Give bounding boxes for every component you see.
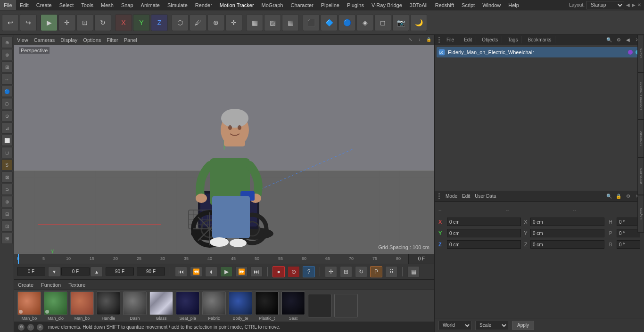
menu-animate[interactable]: Animate <box>137 0 164 10</box>
rp-objects[interactable]: Objects <box>478 36 502 43</box>
menu-select[interactable]: Select <box>56 0 78 10</box>
attr-mode[interactable]: Mode <box>446 194 457 199</box>
preview-end-input[interactable] <box>106 267 134 275</box>
goto-end-button[interactable]: ⏭ <box>250 267 263 277</box>
frame-indicator[interactable]: 0 F <box>408 254 434 264</box>
coord-z-pos[interactable] <box>447 240 521 249</box>
coord-h-val[interactable] <box>617 218 640 226</box>
side-tab-layers[interactable]: Layers <box>637 195 644 233</box>
ls-btn-9[interactable]: ⬜ <box>1 135 13 146</box>
status-icon-1[interactable]: ⚙ <box>18 324 25 331</box>
mat-man-bo-1[interactable]: Man_bo <box>17 292 41 321</box>
layout-collapse[interactable]: ✕ <box>637 2 641 8</box>
cube-button[interactable]: ⬛ <box>303 14 320 31</box>
play-button[interactable]: ▶ <box>220 267 232 277</box>
menu-window[interactable]: Window <box>479 0 504 10</box>
spline-button[interactable]: 🔵 <box>339 14 355 31</box>
ls-btn-5[interactable]: 🔵 <box>1 86 13 97</box>
ls-btn-10[interactable]: ⊔ <box>1 147 13 158</box>
menu-create[interactable]: Create <box>33 0 56 10</box>
side-tab-content-browser[interactable]: Content Browser <box>637 73 644 120</box>
vp-menu-options[interactable]: Options <box>83 37 101 43</box>
anim-schematic[interactable]: ▦ <box>407 266 420 277</box>
menu-snap[interactable]: Snap <box>117 0 137 10</box>
ls-btn-14[interactable]: ⊛ <box>1 196 13 207</box>
nurbs-button[interactable]: 🔷 <box>321 14 338 31</box>
ls-btn-17[interactable]: ⊞ <box>1 233 13 244</box>
coord-y-pos[interactable] <box>447 229 521 237</box>
next-frame-button[interactable]: ⏩ <box>235 267 248 277</box>
anim-param[interactable]: P <box>370 266 382 277</box>
layout-arrow-left[interactable]: ◀ <box>626 2 630 8</box>
menu-vray-bridge[interactable]: V-Ray Bridge <box>368 0 406 10</box>
coord-y-size[interactable] <box>530 229 604 237</box>
render-view-button[interactable]: ▦ <box>246 14 263 31</box>
axis-z-button[interactable]: Z <box>151 14 168 31</box>
object-mode-button[interactable]: ⬡ <box>172 14 189 31</box>
render-button[interactable]: ▦ <box>282 14 299 31</box>
mat-dash[interactable]: Dash <box>123 292 147 321</box>
axis-x-button[interactable]: X <box>115 14 132 31</box>
deformer-button[interactable]: ◈ <box>356 14 373 31</box>
ls-btn-1[interactable]: ⊕ <box>1 37 13 48</box>
rp-search-icon[interactable]: 🔍 <box>605 36 613 44</box>
menu-script[interactable]: Script <box>458 0 479 10</box>
mat-plastic-t[interactable]: Plastic_t <box>255 292 279 321</box>
attr-lock[interactable]: 🔒 <box>615 193 622 200</box>
mat-extra-2[interactable] <box>334 294 358 318</box>
menu-render[interactable]: Render <box>191 0 216 10</box>
sky-button[interactable]: 🌙 <box>410 14 427 31</box>
mat-fabric[interactable]: Fabric <box>202 292 226 321</box>
undo-button[interactable]: ↩ <box>2 14 19 31</box>
menu-character[interactable]: Character <box>287 0 317 10</box>
mat-function[interactable]: Function <box>41 282 61 288</box>
axis-y-button[interactable]: Y <box>133 14 150 31</box>
camera-button[interactable]: 📷 <box>392 14 409 31</box>
timeline-ruler[interactable]: 0 5 10 15 20 25 30 35 40 45 50 55 60 65 … <box>14 254 434 264</box>
menu-3dtoall[interactable]: 3DToAll <box>406 0 431 10</box>
mat-man-clo[interactable]: Man_clo <box>43 292 68 321</box>
side-tab-structure[interactable]: Structure <box>637 120 644 157</box>
scale-button[interactable]: ⊡ <box>76 14 93 31</box>
rp-collapse-icon[interactable]: ◀ <box>624 36 632 44</box>
anim-grid[interactable]: ⠿ <box>385 266 397 277</box>
viewport[interactable]: View Cameras Display Options Filter Pane… <box>14 35 434 254</box>
coord-x-pos[interactable] <box>447 218 521 226</box>
status-icon-3[interactable]: ✕ <box>37 324 43 331</box>
rp-edit[interactable]: Edit <box>460 36 476 43</box>
vp-menu-view[interactable]: View <box>17 37 28 43</box>
rp-tags[interactable]: Tags <box>504 36 522 43</box>
ls-btn-13[interactable]: ⊃ <box>1 184 13 195</box>
vp-menu-display[interactable]: Display <box>60 37 77 43</box>
menu-mograph[interactable]: MoGraph <box>258 0 287 10</box>
play-reverse-button[interactable]: ⏴ <box>205 267 217 277</box>
attr-search[interactable]: 🔍 <box>605 193 613 200</box>
rotate-button[interactable]: ↻ <box>94 14 111 31</box>
menu-mesh[interactable]: Mesh <box>97 0 117 10</box>
redo-button[interactable]: ↪ <box>20 14 37 31</box>
mat-seat-pla[interactable]: Seat_pla <box>175 292 200 321</box>
layout-arrow-right[interactable]: ▶ <box>632 2 636 8</box>
menu-pipeline[interactable]: Pipeline <box>317 0 343 10</box>
ls-btn-4[interactable]: ↔ <box>1 73 13 85</box>
menu-plugins[interactable]: Plugins <box>343 0 368 10</box>
ls-btn-3[interactable]: ⊞ <box>1 61 13 73</box>
joint-mode-button[interactable]: ✛ <box>225 14 242 31</box>
mat-extra-1[interactable] <box>307 294 332 318</box>
menu-edit[interactable]: Edit <box>16 0 33 10</box>
picture-viewer-button[interactable]: ▨ <box>264 14 281 31</box>
menu-redshift[interactable]: Redshift <box>431 0 458 10</box>
coord-z-size[interactable] <box>530 240 604 249</box>
side-tab-takes[interactable]: Takes <box>637 35 644 73</box>
mat-body-te[interactable]: Body_te <box>228 292 253 321</box>
scale-select[interactable]: Scale Size <box>475 321 508 330</box>
mat-handle[interactable]: Handle <box>96 292 121 321</box>
rp-file[interactable]: File <box>443 36 458 43</box>
menu-help[interactable]: Help <box>504 0 523 10</box>
mat-seat[interactable]: Seat <box>281 292 305 321</box>
start-frame-input[interactable] <box>17 267 45 275</box>
rp-filter-icon[interactable]: ⚙ <box>615 36 622 44</box>
mat-create[interactable]: Create <box>18 282 33 288</box>
ls-btn-2[interactable]: ⊗ <box>1 49 13 60</box>
anim-scale[interactable]: ⊞ <box>340 266 352 277</box>
